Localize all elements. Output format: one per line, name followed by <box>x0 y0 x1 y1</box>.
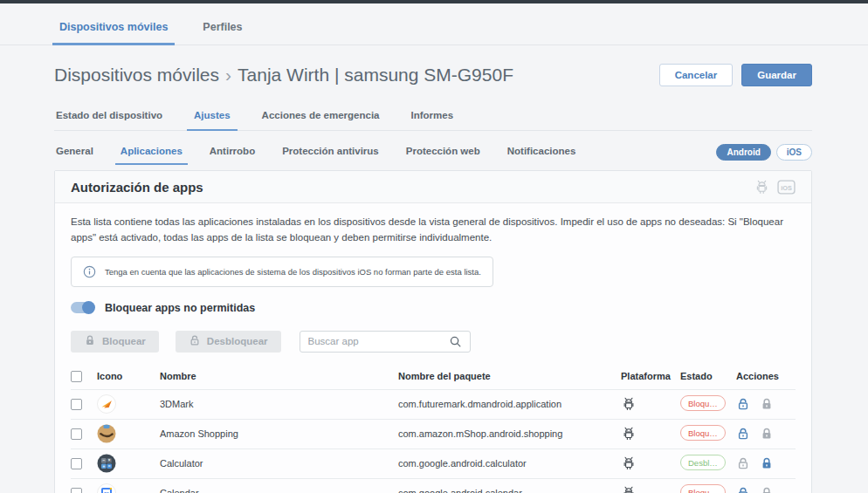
amazon-shopping-app-icon <box>97 424 116 443</box>
apps-table: Icono Nombre Nombre del paquete Platafor… <box>71 364 796 493</box>
calculator-app-icon: −× += <box>97 454 116 473</box>
tab-notificaciones[interactable]: Notificaciones <box>506 139 578 165</box>
tab-acciones-de-emergencia[interactable]: Acciones de emergencia <box>260 102 382 130</box>
tab-aplicaciones[interactable]: Aplicaciones <box>119 139 184 165</box>
android-icon[interactable] <box>754 179 770 195</box>
col-acciones: Acciones <box>736 371 796 381</box>
block-apps-toggle[interactable] <box>71 302 94 313</box>
app-name: 3DMark <box>160 399 398 409</box>
3dmark-app-icon <box>97 394 116 414</box>
col-plataforma: Plataforma <box>621 371 680 381</box>
unblock-button[interactable]: Desbloquear <box>176 331 281 353</box>
status-badge: Bloqueado <box>680 395 726 411</box>
android-platform-icon <box>621 485 680 493</box>
select-all-checkbox[interactable] <box>71 371 82 382</box>
block-button-label: Bloquear <box>102 336 146 346</box>
app-package: com.amazon.mShop.android.shopping <box>398 428 621 439</box>
breadcrumb-separator: › <box>225 65 231 85</box>
tab-dispositivos-moviles[interactable]: Dispositivos móviles <box>58 3 169 45</box>
app-package: com.google.android.calendar <box>398 488 621 493</box>
info-icon <box>83 265 96 278</box>
row-checkbox[interactable] <box>71 428 82 440</box>
page-header: Dispositivos móviles›Tanja Wirth | samsu… <box>54 45 812 97</box>
table-row: 31 Calendar com.google.android.calendar … <box>71 479 796 493</box>
status-badge: Desbloqueado <box>680 455 726 470</box>
tab-general[interactable]: General <box>54 139 95 165</box>
row-checkbox[interactable] <box>71 488 82 493</box>
row-checkbox[interactable] <box>71 399 82 410</box>
search-icon <box>449 335 462 348</box>
app-name: Calendar <box>160 488 398 493</box>
tab-antirrobo[interactable]: Antirrobo <box>208 139 257 165</box>
lock-icon[interactable] <box>760 427 774 441</box>
unlock-icon <box>189 334 201 348</box>
lock-icon <box>84 334 96 348</box>
block-button[interactable]: Bloquear <box>71 331 159 353</box>
unlock-icon[interactable] <box>736 486 750 493</box>
tab-perfiles[interactable]: Perfiles <box>201 3 244 45</box>
android-platform-icon <box>621 455 680 471</box>
unlock-icon[interactable] <box>736 427 750 441</box>
unlock-icon[interactable] <box>736 397 750 411</box>
app-name: Calculator <box>160 458 398 469</box>
cancel-button[interactable]: Cancelar <box>659 64 734 86</box>
ios-icon[interactable] <box>777 180 796 195</box>
status-badge: Bloqueado <box>680 425 726 441</box>
app-package: com.google.android.calculator <box>398 458 621 469</box>
unlock-icon[interactable] <box>736 456 750 470</box>
tab-informes[interactable]: Informes <box>409 102 455 130</box>
col-icono: Icono <box>97 371 160 381</box>
toggle-label: Bloquear apps no permitidas <box>105 302 255 314</box>
table-header-row: Icono Nombre Nombre del paquete Platafor… <box>71 364 796 390</box>
calendar-app-icon: 31 <box>97 483 116 493</box>
lock-icon[interactable] <box>760 486 774 493</box>
search-input[interactable] <box>308 336 449 346</box>
breadcrumb-current: Tanja Wirth | samsung SM-G950F <box>238 65 513 85</box>
breadcrumb-root[interactable]: Dispositivos móviles <box>54 65 219 85</box>
svg-text:=: = <box>108 464 111 469</box>
toggle-knob <box>82 301 95 314</box>
android-platform-icon <box>621 426 680 442</box>
save-button[interactable]: Guardar <box>741 64 812 86</box>
status-badge: Bloqueado <box>680 484 726 493</box>
settings-tabs: General Aplicaciones Antirrobo Protecció… <box>54 139 812 165</box>
info-note-box: Tenga en cuenta que las aplicaciones de … <box>71 257 493 287</box>
platform-filter: Android iOS <box>716 144 812 161</box>
panel-description: Esta lista contiene todas las aplicacion… <box>55 203 811 246</box>
ios-filter-pill[interactable]: iOS <box>776 144 812 161</box>
device-tabs: Estado del dispositivo Ajustes Acciones … <box>54 102 812 131</box>
col-nombre: Nombre <box>160 371 398 381</box>
table-row: −× += Calculator com.google.android.calc… <box>71 449 796 479</box>
svg-text:×: × <box>108 459 111 463</box>
app-authorization-panel: Autorización de apps Esta lista contiene… <box>54 170 812 493</box>
android-filter-pill[interactable]: Android <box>716 144 770 161</box>
tab-ajustes[interactable]: Ajustes <box>192 102 232 130</box>
app-search-box <box>300 331 471 353</box>
app-package: com.futuremark.dmandroid.application <box>398 399 621 409</box>
svg-text:−: − <box>102 459 105 463</box>
lock-icon[interactable] <box>760 397 774 411</box>
table-row: 3DMark com.futuremark.dmandroid.applicat… <box>71 390 796 420</box>
info-note-text: Tenga en cuenta que las aplicaciones de … <box>105 267 481 277</box>
main-nav: Dispositivos móviles Perfiles <box>0 3 868 45</box>
panel-header: Autorización de apps <box>55 171 811 203</box>
col-paquete: Nombre del paquete <box>398 371 621 381</box>
col-estado: Estado <box>680 371 736 381</box>
app-name: Amazon Shopping <box>160 428 398 439</box>
lock-icon[interactable] <box>760 456 774 470</box>
breadcrumb: Dispositivos móviles›Tanja Wirth | samsu… <box>54 65 513 86</box>
table-row: Amazon Shopping com.amazon.mShop.android… <box>71 420 796 449</box>
android-platform-icon <box>621 396 680 412</box>
unblock-button-label: Desbloquear <box>207 336 268 346</box>
tab-proteccion-antivirus[interactable]: Protección antivirus <box>280 139 381 165</box>
tab-estado-del-dispositivo[interactable]: Estado del dispositivo <box>54 102 164 130</box>
svg-text:+: + <box>102 464 105 469</box>
tab-proteccion-web[interactable]: Protección web <box>404 139 482 165</box>
row-checkbox[interactable] <box>71 458 82 469</box>
panel-title: Autorización de apps <box>71 180 203 195</box>
